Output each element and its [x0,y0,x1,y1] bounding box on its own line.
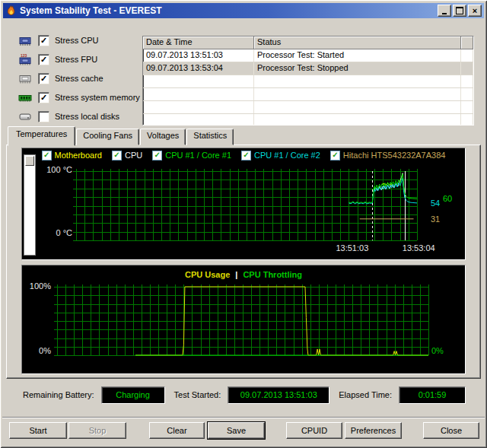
legend-checkbox[interactable]: ✓ [152,151,162,160]
value-label: 54 [431,199,440,208]
temperature-chart [76,171,417,240]
table-row-empty[interactable] [143,101,473,114]
x-tick-label: 13:53:04 [394,243,443,253]
x-tick-label: 13:51:03 [328,243,377,253]
table-cell [254,75,461,87]
cpu-icon [18,34,32,46]
table-cell [461,101,473,113]
legend-label: Motherboard [55,151,102,160]
throttling-current-value: 0% [431,346,444,355]
save-button[interactable]: Save [208,422,265,439]
table-cell [461,62,473,75]
table-cell [254,114,461,126]
tab-voltages[interactable]: Voltages [140,129,186,145]
y-axis-max-label: 100 °C [22,165,72,174]
table-cell: 09.07.2013 13:51:03 [143,49,254,62]
table-cell [461,88,473,100]
clear-button[interactable]: Clear [149,422,205,439]
app-flame-icon [5,5,17,17]
disk-icon [18,110,32,122]
table-cell [461,114,473,126]
legend-item: ✓Hitachi HTS543232A7A384 [330,151,446,160]
cpu-usage-title: CPU Usage|CPU Throttling [22,270,465,279]
log-table-body: 09.07.2013 13:51:03Processor Test: Start… [143,49,473,126]
titlebar: System Stability Test - EVEREST × [3,3,484,18]
minimize-button[interactable] [438,5,451,17]
test-log-table[interactable]: Date & TimeStatus 09.07.2013 13:51:03Pro… [142,36,474,126]
y-axis-min-label: 0 °C [22,228,72,237]
status-label: Test Started: [174,390,221,399]
column-header-Date & Time[interactable]: Date & Time [143,37,254,49]
close-button[interactable]: × [468,5,482,17]
title-part: | [235,270,237,279]
table-row-empty[interactable] [143,88,473,101]
table-cell [143,101,254,113]
stress-disk-checkbox[interactable] [38,111,49,122]
table-row[interactable]: 09.07.2013 13:53:04Processor Test: Stopp… [143,62,473,75]
status-group: Test Started:09.07.2013 13:51:03 [174,386,330,404]
tab-temperatures[interactable]: Temperatures [8,126,75,146]
legend-label: CPU #1 / Core #2 [254,151,320,160]
cpuid-button[interactable]: CPUID [286,422,342,439]
status-value-box: 09.07.2013 13:51:03 [228,386,329,404]
minimize-icon [442,13,447,14]
legend-item: ✓CPU #1 / Core #1 [152,151,231,160]
stress-memory-checkbox[interactable]: ✓ [38,92,49,103]
status-value-box: 0:01:59 [399,386,466,404]
cpu-usage-chart [57,287,428,355]
table-cell [254,101,461,113]
table-row-empty[interactable] [143,75,473,88]
maximize-button[interactable] [453,5,466,17]
stress-option-row: ✓Stress cache [18,72,140,84]
status-group: Remaining Battery:Charging [23,386,165,404]
value-label: 31 [431,214,440,224]
stress-option-label: Stress system memory [55,93,140,102]
stress-cache-checkbox[interactable]: ✓ [38,73,49,84]
stop-button: Stop [68,422,126,439]
table-row[interactable]: 09.07.2013 13:51:03Processor Test: Start… [143,49,473,62]
close-button[interactable]: Close [423,422,479,439]
stress-option-row: ✓Stress CPU [18,34,140,46]
stress-option-label: Stress cache [55,74,103,83]
table-cell [254,88,461,100]
table-cell: Processor Test: Stopped [254,62,461,75]
status-label: Elapsed Time: [339,390,392,399]
column-header-spacer[interactable] [461,37,473,49]
legend-label: Hitachi HTS543232A7A384 [343,151,446,160]
legend-item: ✓CPU [112,151,142,160]
stress-option-label: Stress CPU [55,36,98,45]
table-cell [143,114,254,126]
start-button[interactable]: Start [9,422,67,439]
table-cell [143,75,254,87]
tab-cooling-fans[interactable]: Cooling Fans [76,129,139,145]
stress-cpu-checkbox[interactable]: ✓ [38,35,49,46]
status-label: Remaining Battery: [23,390,94,399]
maximize-icon [456,7,463,14]
temperature-graph-panel: ✓Motherboard✓CPU✓CPU #1 / Core #1✓CPU #1… [21,148,466,260]
table-cell: Processor Test: Started [254,49,461,62]
table-cell: 09.07.2013 13:53:04 [143,62,254,75]
stress-fpu-checkbox[interactable]: ✓ [38,54,49,65]
title-part: CPU Throttling [243,270,302,279]
legend-item: ✓Motherboard [42,151,102,160]
column-header-Status[interactable]: Status [254,37,461,49]
legend-checkbox[interactable]: ✓ [330,151,340,160]
stress-option-label: Stress FPU [55,55,97,64]
table-cell [461,75,473,87]
legend-checkbox[interactable]: ✓ [42,151,52,160]
status-bar: Remaining Battery:ChargingTest Started:0… [23,385,466,405]
legend-checkbox[interactable]: ✓ [241,151,251,160]
legend-checkbox[interactable]: ✓ [112,151,122,160]
title-part: CPU Usage [185,270,230,279]
cache-icon [18,72,32,84]
temperature-legend: ✓Motherboard✓CPU✓CPU #1 / Core #1✓CPU #1… [22,150,465,160]
value-label: 60 [443,194,452,203]
tab-statistics[interactable]: Statistics [186,129,234,145]
log-table-header[interactable]: Date & TimeStatus [143,37,473,49]
table-row-empty[interactable] [143,114,473,126]
preferences-button[interactable]: Preferences [345,422,402,439]
tab-strip: TemperaturesCooling FansVoltagesStatisti… [8,129,234,145]
status-group: Elapsed Time:0:01:59 [339,386,466,404]
stress-option-row: ✓Stress system memory [18,91,140,103]
legend-label: CPU #1 / Core #1 [165,151,231,160]
